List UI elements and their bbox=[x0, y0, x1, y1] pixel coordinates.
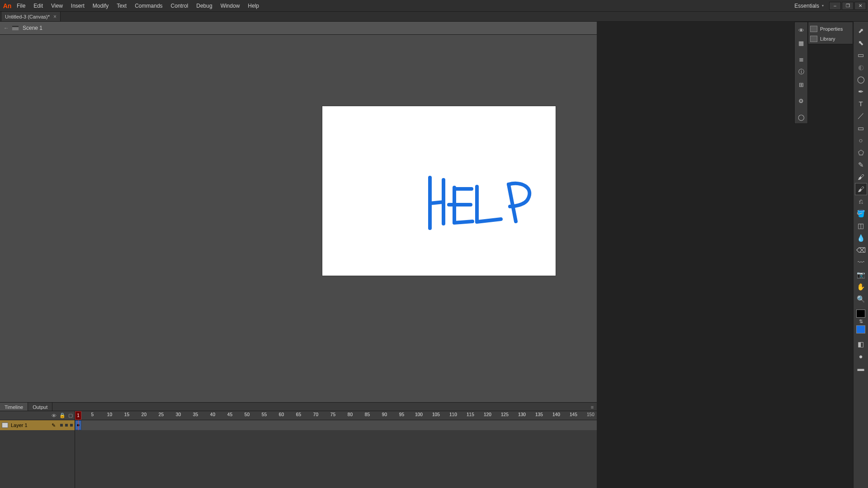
menu-control[interactable]: Control bbox=[167, 0, 193, 12]
subselection-tool[interactable]: ⬉ bbox=[855, 37, 867, 48]
ruler-tick-135: 135 bbox=[535, 412, 543, 417]
lasso-tool[interactable]: ◯ bbox=[855, 74, 867, 85]
text-tool[interactable]: T bbox=[855, 98, 867, 109]
ruler-tick-50: 50 bbox=[245, 412, 250, 417]
line-tool[interactable]: ／ bbox=[855, 110, 867, 122]
menu-edit[interactable]: Edit bbox=[29, 0, 47, 12]
pencil-tool[interactable]: ✎ bbox=[855, 159, 867, 170]
tab-timeline[interactable]: Timeline bbox=[0, 403, 28, 411]
menu-file[interactable]: File bbox=[13, 0, 29, 12]
ruler-tick-115: 115 bbox=[467, 412, 474, 417]
menu-view[interactable]: View bbox=[47, 0, 67, 12]
playhead-frame: 1 bbox=[75, 412, 81, 420]
ruler-tick-75: 75 bbox=[330, 412, 335, 417]
panel-shortcut-icon[interactable]: ⊞ bbox=[796, 80, 806, 89]
eyedropper-tool[interactable]: 💧 bbox=[855, 232, 867, 244]
library-panel-button[interactable]: Library bbox=[808, 34, 853, 44]
stage-canvas[interactable] bbox=[322, 106, 556, 276]
scene-icon bbox=[12, 25, 19, 31]
workspace-switcher[interactable]: Essentials bbox=[790, 0, 828, 12]
width-tool[interactable]: 〰 bbox=[855, 257, 867, 268]
layer-cell[interactable]: Layer 1 ✎ bbox=[0, 420, 75, 430]
brush-size-option[interactable]: ● bbox=[855, 351, 867, 362]
panel-shortcut-icon[interactable]: ≣ bbox=[796, 54, 806, 64]
eraser-tool[interactable]: ⌫ bbox=[855, 244, 867, 256]
tools-panel: ⬈⬉▭◐◯✒T／▭○⬠✎🖌🖌⎌🪣◫💧⌫〰📷✋🔍⇅◧●▬ bbox=[853, 22, 868, 488]
object-drawing-toggle[interactable]: ◧ bbox=[855, 338, 867, 350]
timeline-body[interactable] bbox=[0, 430, 597, 488]
layer-name[interactable]: Layer 1 bbox=[11, 422, 28, 428]
document-tab[interactable]: Untitled-3 (Canvas)* × bbox=[1, 11, 61, 21]
menu-insert[interactable]: Insert bbox=[67, 0, 89, 12]
ruler-tick-125: 125 bbox=[501, 412, 509, 417]
ink-bottle-tool[interactable]: ◫ bbox=[855, 220, 867, 231]
properties-label: Properties bbox=[820, 26, 843, 32]
panel-dock-collapsed: 👁▦≣ⓘ⊞⚙◯ bbox=[794, 22, 808, 124]
ruler-tick-30: 30 bbox=[176, 412, 181, 417]
3d-rotation: ◐ bbox=[855, 61, 867, 73]
menu-debug[interactable]: Debug bbox=[192, 0, 216, 12]
ruler-tick-20: 20 bbox=[142, 412, 146, 417]
selection-tool[interactable]: ⬈ bbox=[855, 25, 867, 36]
ruler-tick-145: 145 bbox=[570, 412, 577, 417]
frame-track[interactable] bbox=[75, 420, 597, 430]
paint-brush-tool[interactable]: 🖌 bbox=[855, 183, 867, 195]
panel-shortcut-icon[interactable]: ⓘ bbox=[796, 67, 806, 77]
layer-toggle-dots[interactable] bbox=[60, 424, 73, 427]
swap-colors-icon[interactable]: ⇅ bbox=[859, 319, 863, 324]
timeline-header: 👁 🔒 ▢ 1 51015202530354045505560657075808… bbox=[0, 411, 597, 420]
brush-tool[interactable]: 🖌 bbox=[855, 171, 867, 183]
paint-bucket-tool[interactable]: 🪣 bbox=[855, 208, 867, 219]
document-tabs: Untitled-3 (Canvas)* × bbox=[0, 12, 868, 22]
back-icon[interactable]: ← bbox=[4, 25, 9, 31]
menu-bar: An FileEditViewInsertModifyTextCommandsC… bbox=[0, 0, 868, 12]
hand-tool[interactable]: ✋ bbox=[855, 281, 867, 292]
panel-shortcut-icon[interactable]: ◯ bbox=[796, 112, 806, 122]
ruler-tick-35: 35 bbox=[193, 412, 198, 417]
properties-panel-button[interactable]: Properties bbox=[808, 24, 853, 34]
polystar-tool[interactable]: ⬠ bbox=[855, 147, 867, 158]
library-icon bbox=[810, 36, 817, 42]
ruler-tick-120: 120 bbox=[484, 412, 491, 417]
window-maximize[interactable]: ❐ bbox=[842, 2, 854, 10]
ruler-tick-40: 40 bbox=[210, 412, 215, 417]
oval-tool[interactable]: ○ bbox=[855, 135, 867, 146]
scene-name[interactable]: Scene 1 bbox=[23, 25, 42, 31]
panel-shortcut-icon[interactable]: 👁 bbox=[796, 25, 806, 35]
brush-shape-option[interactable]: ▬ bbox=[855, 363, 867, 374]
ruler-tick-110: 110 bbox=[449, 412, 457, 417]
menu-text[interactable]: Text bbox=[113, 0, 131, 12]
panel-menu-icon[interactable]: ≡ bbox=[588, 403, 597, 411]
zoom-tool[interactable]: 🔍 bbox=[855, 293, 867, 305]
lock-icon[interactable]: 🔒 bbox=[59, 413, 66, 418]
fill-color-swatch[interactable] bbox=[856, 325, 865, 333]
ruler-tick-85: 85 bbox=[365, 412, 370, 417]
panel-shortcut-icon[interactable]: ⚙ bbox=[796, 96, 806, 106]
menu-help[interactable]: Help bbox=[244, 0, 263, 12]
pen-tool[interactable]: ✒ bbox=[855, 86, 867, 97]
close-icon[interactable]: × bbox=[53, 12, 57, 22]
stage-pasteboard[interactable] bbox=[0, 35, 597, 402]
rectangle-tool[interactable]: ▭ bbox=[855, 122, 867, 134]
ruler-tick-65: 65 bbox=[296, 412, 301, 417]
menu-window[interactable]: Window bbox=[217, 0, 244, 12]
menu-commands[interactable]: Commands bbox=[131, 0, 166, 12]
document-tab-label: Untitled-3 (Canvas)* bbox=[5, 12, 50, 22]
free-transform[interactable]: ▭ bbox=[855, 49, 867, 61]
panel-shortcut-icon[interactable]: ▦ bbox=[796, 38, 806, 48]
timeline-ruler[interactable]: 1 51015202530354045505560657075808590951… bbox=[75, 411, 597, 420]
bone-tool[interactable]: ⎌ bbox=[855, 196, 867, 207]
layer-icon bbox=[2, 422, 8, 428]
menu-modify[interactable]: Modify bbox=[89, 0, 113, 12]
stroke-color-swatch[interactable] bbox=[856, 310, 865, 318]
window-minimize[interactable]: – bbox=[829, 2, 841, 10]
right-panels: Properties Library bbox=[808, 22, 853, 44]
ruler-tick-100: 100 bbox=[415, 412, 423, 417]
playhead[interactable]: 1 bbox=[75, 411, 81, 420]
tab-output[interactable]: Output bbox=[28, 403, 52, 411]
outline-icon[interactable]: ▢ bbox=[68, 413, 73, 418]
visibility-icon[interactable]: 👁 bbox=[52, 413, 57, 418]
window-close[interactable]: ✕ bbox=[854, 2, 866, 10]
camera-tool[interactable]: 📷 bbox=[855, 269, 867, 280]
timeline-layer-row[interactable]: Layer 1 ✎ bbox=[0, 420, 597, 430]
